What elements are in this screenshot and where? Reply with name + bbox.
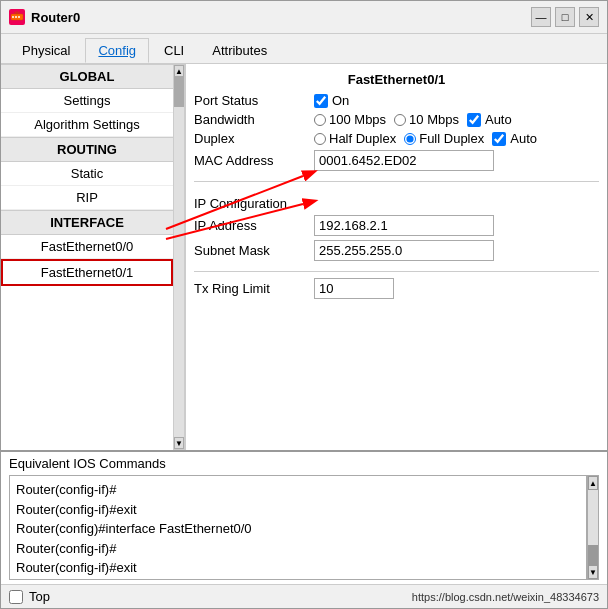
- ios-line-6: Router(config)#interface FastEthernet0/1: [16, 578, 580, 581]
- tab-attributes[interactable]: Attributes: [199, 38, 280, 63]
- duplex-auto-checkbox[interactable]: [492, 132, 506, 146]
- duplex-full-label: Full Duplex: [404, 131, 484, 146]
- panel-title: FastEthernet0/1: [194, 72, 599, 87]
- sidebar-global-header: GLOBAL: [1, 64, 173, 89]
- svg-point-1: [12, 16, 14, 18]
- mac-label: MAC Address: [194, 153, 314, 168]
- sidebar-interface-header: INTERFACE: [1, 210, 173, 235]
- ios-panel-title: Equivalent IOS Commands: [9, 456, 599, 471]
- sidebar-routing-header: ROUTING: [1, 137, 173, 162]
- ios-content: Router(config-if)# Router(config-if)#exi…: [9, 475, 599, 580]
- divider-2: [194, 271, 599, 272]
- subnet-mask-label: Subnet Mask: [194, 243, 314, 258]
- tx-ring-input[interactable]: [314, 278, 394, 299]
- tx-ring-value: [314, 278, 599, 299]
- ios-line-5: Router(config-if)#exit: [16, 558, 580, 578]
- status-url: https://blog.csdn.net/weixin_48334673: [412, 591, 599, 603]
- duplex-full-radio[interactable]: [404, 133, 416, 145]
- sidebar-item-algorithm-settings[interactable]: Algorithm Settings: [1, 113, 173, 137]
- duplex-label: Duplex: [194, 131, 314, 146]
- top-checkbox[interactable]: [9, 590, 23, 604]
- ios-line-1: Router(config-if)#: [16, 480, 580, 500]
- ip-address-value: [314, 215, 599, 236]
- ios-scroll-up-button[interactable]: ▲: [588, 476, 598, 490]
- sidebar-scrollbar: ▲ ▼: [173, 64, 185, 450]
- title-bar: Router0 — □ ✕: [1, 1, 607, 34]
- sidebar-scroll-down-button[interactable]: ▼: [174, 437, 184, 449]
- duplex-row: Duplex Half Duplex Full Duplex: [194, 131, 599, 146]
- bottom-bar: Top https://blog.csdn.net/weixin_4833467…: [1, 584, 607, 608]
- sidebar: GLOBAL Settings Algorithm Settings ROUTI…: [1, 64, 186, 450]
- duplex-value: Half Duplex Full Duplex Auto: [314, 131, 599, 146]
- bandwidth-100-label: 100 Mbps: [314, 112, 386, 127]
- ios-line-3: Router(config)#interface FastEthernet0/0: [16, 519, 580, 539]
- sidebar-scroll-track: [174, 77, 184, 437]
- bandwidth-row: Bandwidth 100 Mbps 10 Mbps A: [194, 112, 599, 127]
- bandwidth-auto-label: Auto: [467, 112, 512, 127]
- bandwidth-100-radio[interactable]: [314, 114, 326, 126]
- minimize-button[interactable]: —: [531, 7, 551, 27]
- sidebar-scroll-up-button[interactable]: ▲: [174, 65, 184, 77]
- bandwidth-auto-checkbox[interactable]: [467, 113, 481, 127]
- bandwidth-value: 100 Mbps 10 Mbps Auto: [314, 112, 599, 127]
- port-status-label: Port Status: [194, 93, 314, 108]
- duplex-half-radio[interactable]: [314, 133, 326, 145]
- subnet-mask-row: Subnet Mask: [194, 240, 599, 261]
- ios-scrollbar: ▲ ▼: [587, 475, 599, 580]
- port-status-value: On: [314, 93, 599, 108]
- main-panel: FastEthernet0/1 Port Status On Bandwidth: [186, 64, 607, 450]
- ios-scroll-thumb[interactable]: [588, 545, 598, 565]
- ios-text-area[interactable]: Router(config-if)# Router(config-if)#exi…: [9, 475, 587, 580]
- close-button[interactable]: ✕: [579, 7, 599, 27]
- duplex-half-label: Half Duplex: [314, 131, 396, 146]
- ios-line-4: Router(config-if)#: [16, 539, 580, 559]
- ip-address-input[interactable]: [314, 215, 494, 236]
- subnet-mask-value: [314, 240, 599, 261]
- subnet-mask-input[interactable]: [314, 240, 494, 261]
- port-status-on-label: On: [332, 93, 349, 108]
- content-area: GLOBAL Settings Algorithm Settings ROUTI…: [1, 64, 607, 450]
- ios-scroll-down-button[interactable]: ▼: [588, 565, 598, 579]
- duplex-auto-label: Auto: [492, 131, 537, 146]
- ip-address-label: IP Address: [194, 218, 314, 233]
- tx-ring-label: Tx Ring Limit: [194, 281, 314, 296]
- mac-input[interactable]: [314, 150, 494, 171]
- bandwidth-10-radio[interactable]: [394, 114, 406, 126]
- sidebar-inner: GLOBAL Settings Algorithm Settings ROUTI…: [1, 64, 185, 450]
- window-title: Router0: [31, 10, 80, 25]
- tab-bar: Physical Config CLI Attributes: [1, 34, 607, 64]
- sidebar-scroll-content: GLOBAL Settings Algorithm Settings ROUTI…: [1, 64, 173, 450]
- sidebar-item-fastethernet00[interactable]: FastEthernet0/0: [1, 235, 173, 259]
- bottom-left: Top: [9, 589, 50, 604]
- tab-cli[interactable]: CLI: [151, 38, 197, 63]
- port-status-row: Port Status On: [194, 93, 599, 108]
- ios-line-2: Router(config-if)#exit: [16, 500, 580, 520]
- router-icon: [9, 9, 25, 25]
- sidebar-item-fastethernet01[interactable]: FastEthernet0/1: [1, 259, 173, 286]
- ios-panel: Equivalent IOS Commands Router(config-if…: [1, 450, 607, 584]
- main-window: Router0 — □ ✕ Physical Config CLI Attrib…: [0, 0, 608, 609]
- ios-scroll-track: [588, 490, 598, 565]
- divider-1: [194, 181, 599, 182]
- sidebar-scroll-thumb[interactable]: [174, 77, 184, 107]
- svg-point-3: [18, 16, 20, 18]
- tab-config[interactable]: Config: [85, 38, 149, 63]
- port-status-checkbox[interactable]: [314, 94, 328, 108]
- window-controls: — □ ✕: [531, 7, 599, 27]
- sidebar-item-settings[interactable]: Settings: [1, 89, 173, 113]
- duplex-radio-group: Half Duplex Full Duplex Auto: [314, 131, 599, 146]
- bandwidth-10-label: 10 Mbps: [394, 112, 459, 127]
- ip-config-section-label: IP Configuration: [194, 196, 599, 211]
- ip-address-row: IP Address: [194, 215, 599, 236]
- mac-row: MAC Address: [194, 150, 599, 171]
- maximize-button[interactable]: □: [555, 7, 575, 27]
- bandwidth-radio-group: 100 Mbps 10 Mbps Auto: [314, 112, 599, 127]
- bandwidth-label: Bandwidth: [194, 112, 314, 127]
- top-label: Top: [29, 589, 50, 604]
- port-status-checkbox-label: On: [314, 93, 599, 108]
- title-bar-left: Router0: [9, 9, 80, 25]
- mac-value: [314, 150, 599, 171]
- sidebar-item-rip[interactable]: RIP: [1, 186, 173, 210]
- sidebar-item-static[interactable]: Static: [1, 162, 173, 186]
- tab-physical[interactable]: Physical: [9, 38, 83, 63]
